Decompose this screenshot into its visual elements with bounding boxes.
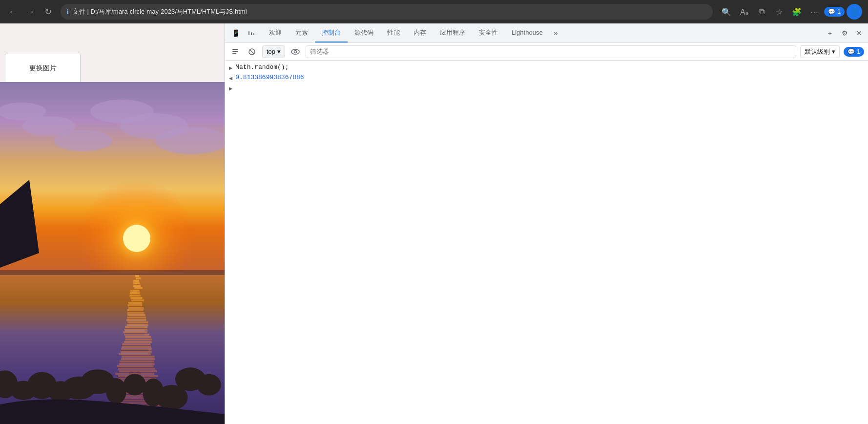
device-toggle-icon[interactable]: 📱 <box>229 26 243 40</box>
devtools-tab-actions: + ⚙ ✕ <box>823 23 868 42</box>
tab-console[interactable]: 控制台 <box>315 23 348 42</box>
profile-button[interactable]: 👤 <box>847 4 862 20</box>
favorites-button[interactable]: ☆ <box>771 4 787 20</box>
page-content: 更换图片 <box>0 23 225 424</box>
zoom-button[interactable]: 🔍 <box>719 4 734 20</box>
browser-chrome: ← → ↻ ℹ 文件 | D:/马库/mara-circle-may-2023/… <box>0 0 868 23</box>
console-return-value: 0.8133869938367886 <box>235 74 304 81</box>
expand-arrow[interactable]: ▶ <box>229 64 232 72</box>
tab-welcome[interactable]: 欢迎 <box>262 23 289 42</box>
issue-count: 1 <box>857 48 860 55</box>
info-icon: ℹ <box>66 8 69 16</box>
tab-count-badge[interactable]: 💬 1 <box>824 7 845 17</box>
devtools-tab-icons: 📱 <box>229 23 262 42</box>
tab-count-icon: 💬 <box>828 8 835 15</box>
svg-rect-3 <box>232 49 238 50</box>
devtools-tabs: 📱 欢迎 元素 控制台 源代码 性能 内存 应用程序 安全性 Lighthous… <box>225 23 868 43</box>
devtools-close-button[interactable]: ✕ <box>852 26 866 40</box>
add-tab-button[interactable]: + <box>823 26 837 40</box>
sunset-canvas <box>0 82 225 424</box>
tab-memory[interactable]: 内存 <box>407 23 433 42</box>
svg-point-8 <box>291 49 299 54</box>
console-prompt-line[interactable]: ▶ <box>225 83 868 93</box>
console-content: ▶ Math.random(); ◀ 0.8133869938367886 ▶ <box>225 61 868 424</box>
tab-count-number: 1 <box>837 8 841 15</box>
forward-button[interactable]: → <box>23 5 37 19</box>
console-output-line: ◀ 0.8133869938367886 <box>225 73 868 83</box>
reload-button[interactable]: ↻ <box>41 5 55 19</box>
browser-toolbar-right: 🔍 Aₐ ⧉ ☆ 🧩 ⋯ 💬 1 👤 <box>719 4 862 20</box>
log-level-dropdown-icon: ▾ <box>832 48 835 55</box>
log-level-label: 默认级别 <box>805 47 830 56</box>
prompt-arrow: ▶ <box>229 85 232 92</box>
network-conditions-icon[interactable] <box>245 26 258 40</box>
address-bar[interactable]: ℹ 文件 | D:/马库/mara-circle-may-2023/马HTML/… <box>61 4 713 20</box>
clear-console-button[interactable] <box>229 45 242 58</box>
log-level-selector[interactable]: 默认级别 ▾ <box>800 45 840 58</box>
svg-rect-4 <box>232 51 238 52</box>
issues-badge[interactable]: 💬 1 <box>844 47 864 57</box>
return-arrow: ◀ <box>229 75 232 82</box>
context-selector[interactable]: top ▾ <box>262 45 285 58</box>
console-cursor[interactable] <box>235 84 239 91</box>
collections-button[interactable]: 🧩 <box>789 4 805 20</box>
context-label: top <box>267 48 275 55</box>
sunset-image <box>0 82 225 424</box>
tab-sources[interactable]: 源代码 <box>348 23 380 42</box>
issue-icon: 💬 <box>847 48 855 55</box>
svg-rect-5 <box>232 53 236 54</box>
reading-mode-button[interactable]: Aₐ <box>736 4 752 20</box>
block-requests-button[interactable] <box>246 45 258 58</box>
more-tabs-button[interactable]: » <box>550 23 562 42</box>
main-area: 更换图片 📱 欢迎 元素 控制台 源代码 性能 内 <box>0 23 868 424</box>
split-button[interactable]: ⧉ <box>754 4 769 20</box>
nav-buttons: ← → ↻ <box>6 5 55 19</box>
svg-rect-2 <box>253 33 254 35</box>
devtools-panel: 📱 欢迎 元素 控制台 源代码 性能 内存 应用程序 安全性 Lighthous… <box>225 23 868 424</box>
tab-performance[interactable]: 性能 <box>380 23 407 42</box>
console-input-code: Math.random(); <box>235 64 289 71</box>
svg-rect-0 <box>248 31 249 35</box>
settings-button[interactable]: ⋯ <box>806 4 822 20</box>
change-image-button[interactable]: 更换图片 <box>5 54 81 83</box>
tab-elements[interactable]: 元素 <box>289 23 315 42</box>
live-expression-button[interactable] <box>289 45 302 58</box>
svg-point-9 <box>294 50 297 53</box>
tab-lighthouse[interactable]: Lighthouse <box>505 23 550 42</box>
filter-input[interactable] <box>306 45 796 58</box>
console-toolbar: top ▾ 默认级别 ▾ 💬 1 <box>225 43 868 61</box>
tab-application[interactable]: 应用程序 <box>433 23 472 42</box>
svg-line-7 <box>250 49 254 54</box>
svg-rect-1 <box>251 32 252 35</box>
back-button[interactable]: ← <box>6 5 20 19</box>
tab-security[interactable]: 安全性 <box>472 23 505 42</box>
devtools-settings-button[interactable]: ⚙ <box>838 26 851 40</box>
address-text: 文件 | D:/马库/mara-circle-may-2023/马HTML/HT… <box>73 7 247 16</box>
console-input-line: ▶ Math.random(); <box>225 63 868 73</box>
context-dropdown-icon: ▾ <box>277 48 281 55</box>
